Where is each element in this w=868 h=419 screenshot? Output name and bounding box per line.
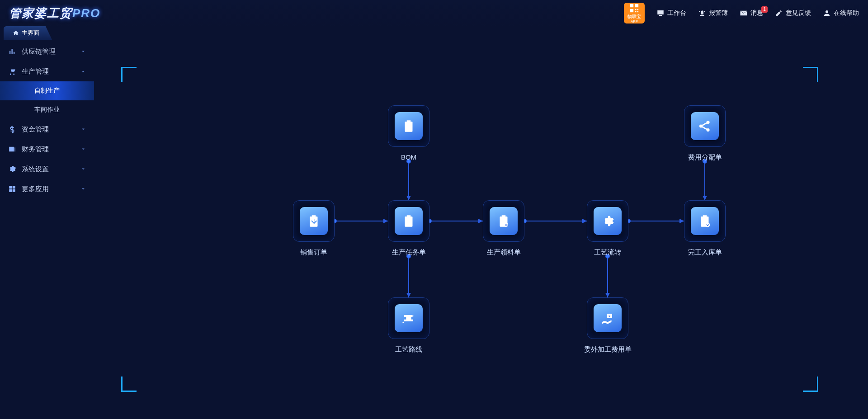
sidebar-sub-label: 自制生产 — [34, 87, 60, 95]
ledger-icon — [8, 145, 16, 153]
flow-node-tile — [388, 297, 429, 339]
tab-bar: 主界面 — [0, 26, 868, 40]
svg-marker-18 — [582, 219, 587, 223]
flow-edge-task-material — [428, 219, 483, 223]
flow-canvas: BOM销售订单生产任务单领生产领料单工艺流转完工入库单费用分配单工艺路线¥委外加… — [94, 40, 868, 419]
flow-node-label: BOM — [401, 153, 416, 161]
header-feedback[interactable]: 意见反馈 — [775, 9, 811, 17]
header-workbench-label: 工作台 — [667, 9, 686, 17]
flow-node-tile: ¥ — [587, 297, 628, 339]
flow-node-label: 生产领料单 — [487, 248, 521, 257]
svg-marker-27 — [406, 293, 411, 297]
flow-node-inner — [691, 207, 719, 235]
brand-logo: 管家婆工贸PRO — [9, 5, 100, 21]
app-badge-iot[interactable]: 物联宝 APP — [624, 3, 645, 24]
flow-edge-material-process — [523, 219, 587, 223]
clipboard-in-icon — [697, 213, 712, 229]
app-header: 管家婆工贸PRO 物联宝 APP 工作台 报警簿 消息 1 意见反馈 在线帮助 — [0, 0, 868, 26]
gear-icon — [8, 165, 16, 173]
tab-main[interactable]: 主界面 — [4, 26, 52, 40]
svg-point-33 — [705, 223, 710, 227]
share-icon — [697, 118, 712, 134]
brand-suffix: 工贸 — [47, 6, 72, 20]
sidebar-item-more-apps[interactable]: 更多应用 — [0, 179, 94, 199]
sidebar-sub-self-production[interactable]: 自制生产 — [0, 81, 94, 100]
flow-node-route[interactable]: 工艺路线 — [388, 297, 429, 354]
mail-icon — [740, 9, 748, 17]
flow-node-inner: 领 — [490, 207, 518, 235]
chevron-down-icon — [80, 146, 86, 152]
flow-edge-sales-task — [333, 219, 388, 223]
flow-node-label: 生产任务单 — [392, 248, 426, 257]
flow-node-label: 工艺路线 — [395, 345, 422, 354]
flow-node-inner — [395, 207, 423, 235]
gear-cycle-icon — [600, 213, 615, 229]
svg-rect-3 — [635, 9, 637, 10]
chevron-down-icon — [80, 186, 86, 192]
flow-node-label: 工艺流转 — [594, 248, 621, 257]
sidebar-sub-workshop[interactable]: 车间作业 — [0, 100, 94, 119]
flow-edge-process-finish — [627, 219, 684, 223]
chart-icon — [8, 47, 16, 56]
body: 供应链管理 生产管理 自制生产 车间作业 资金管理 财务管理 系统设置 — [0, 40, 868, 419]
flow-node-alloc[interactable]: 费用分配单 — [684, 105, 726, 162]
clipboard-list-icon — [401, 118, 416, 134]
header-alarms-label: 报警簿 — [709, 9, 728, 17]
header-workbench[interactable]: 工作台 — [656, 9, 686, 17]
header-feedback-label: 意见反馈 — [786, 9, 811, 17]
header-help[interactable]: 在线帮助 — [823, 9, 859, 17]
user-icon — [823, 9, 831, 17]
flow-node-tile: 领 — [483, 200, 524, 242]
flow-node-label: 销售订单 — [300, 248, 327, 257]
flow-edge-alloc-finish — [703, 160, 707, 200]
flow-edge-task-route — [406, 254, 411, 297]
svg-marker-21 — [679, 219, 684, 223]
flow-node-tile — [684, 105, 726, 147]
flow-node-inner — [300, 207, 328, 235]
chevron-down-icon — [80, 166, 86, 172]
cart-icon — [8, 67, 16, 75]
flow-node-sales[interactable]: 销售订单 — [293, 200, 335, 257]
svg-rect-1 — [635, 4, 638, 7]
flow-node-material[interactable]: 领生产领料单 — [483, 200, 524, 257]
svg-rect-4 — [637, 9, 638, 10]
flow-node-outsrc[interactable]: ¥委外加工费用单 — [587, 297, 628, 354]
flow-node-inner — [691, 112, 719, 140]
dollar-icon — [8, 125, 16, 133]
flow-node-process[interactable]: 工艺流转 — [587, 200, 628, 257]
flow-node-tile — [293, 200, 335, 242]
sidebar-item-label: 生产管理 — [22, 67, 49, 76]
flow-node-task[interactable]: 生产任务单 — [388, 200, 429, 257]
sidebar-item-label: 更多应用 — [22, 185, 49, 193]
tab-main-label: 主界面 — [22, 29, 39, 37]
sidebar-sub-label: 车间作业 — [34, 106, 60, 114]
flow-node-finish[interactable]: 完工入库单 — [684, 200, 726, 257]
chevron-down-icon — [80, 49, 86, 54]
header-help-label: 在线帮助 — [834, 9, 859, 17]
edit-icon — [775, 9, 783, 17]
chevron-down-icon — [80, 127, 86, 132]
svg-text:¥: ¥ — [609, 315, 610, 318]
flow-node-tile — [587, 200, 628, 242]
svg-rect-2 — [630, 9, 633, 12]
header-alarms[interactable]: 报警簿 — [698, 9, 728, 17]
sidebar-item-label: 供应链管理 — [22, 47, 56, 56]
sidebar-item-supply-chain[interactable]: 供应链管理 — [0, 42, 94, 61]
sidebar-item-finance[interactable]: 财务管理 — [0, 139, 94, 159]
sidebar-item-funds[interactable]: 资金管理 — [0, 119, 94, 139]
flow-node-inner: ¥ — [594, 304, 622, 332]
header-messages[interactable]: 消息 1 — [740, 9, 763, 17]
flow-node-label: 完工入库单 — [688, 248, 722, 257]
grid-icon — [8, 185, 16, 193]
flow-node-bom[interactable]: BOM — [388, 105, 429, 161]
sidebar-item-production[interactable]: 生产管理 — [0, 61, 94, 81]
svg-marker-12 — [383, 219, 388, 223]
flow-frame: BOM销售订单生产任务单领生产领料单工艺流转完工入库单费用分配单工艺路线¥委外加… — [121, 67, 818, 392]
sidebar-item-settings[interactable]: 系统设置 — [0, 159, 94, 179]
sidebar: 供应链管理 生产管理 自制生产 车间作业 资金管理 财务管理 系统设置 — [0, 40, 94, 419]
svg-rect-0 — [630, 4, 633, 7]
route-icon — [401, 311, 416, 326]
home-icon — [13, 30, 19, 36]
flow-node-tile — [684, 200, 726, 242]
svg-marker-30 — [605, 293, 610, 297]
